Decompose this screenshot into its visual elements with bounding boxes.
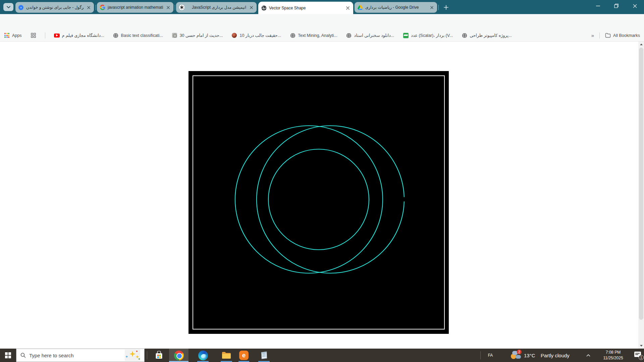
close-icon[interactable] [345, 5, 351, 11]
search-icon [20, 353, 26, 358]
eitaa-icon: e [239, 351, 249, 360]
tab-virgool[interactable]: , ویرگول - جایی برای نوشتن و خواندن [15, 2, 94, 13]
tab-vector-space-shape[interactable]: Vector Space Shape [258, 2, 353, 14]
bookmark-label: دانشگاه مجازی فیلم م... [62, 33, 104, 38]
close-window-button[interactable] [626, 0, 644, 12]
microsoft-store-icon [155, 351, 163, 360]
taskbar-app-eitaa[interactable]: e [236, 349, 252, 362]
taskbar-app-notepad[interactable] [256, 349, 272, 362]
bookmark-label: 30 حدیث از امام حسی... [180, 33, 223, 38]
weather-widget-icon[interactable]: 2 [508, 349, 523, 362]
bookmark-item[interactable]: دانشگاه مجازی فیلم م... [54, 33, 104, 38]
virgool-icon: , [18, 5, 24, 10]
google-icon [100, 5, 105, 10]
taskbar-app-chrome[interactable] [169, 349, 189, 362]
bookmark-item[interactable]: 10 حقیقت جالب دربار... [231, 33, 281, 38]
taskbar-app-store[interactable] [150, 349, 168, 362]
globe-icon [261, 5, 267, 11]
notification-badge: 1 [639, 355, 644, 360]
clock-time: 7:08 PM [603, 350, 623, 355]
globe-icon [113, 33, 119, 38]
folder-icon [605, 33, 611, 38]
close-icon[interactable] [165, 5, 171, 10]
restore-button[interactable] [607, 0, 626, 12]
notification-center-button[interactable]: 1 [633, 349, 644, 362]
tab-title: ریاضیات برداری - Google Drive [365, 5, 427, 10]
stamp-icon [172, 33, 177, 38]
partly-cloudy-icon: 2 [510, 350, 522, 360]
tab-title: javascript animation mathemati [108, 5, 163, 10]
apps-grid-icon [4, 33, 10, 38]
language-label: FA [488, 353, 493, 358]
red-circle-icon [231, 33, 237, 38]
tab-title: Vector Space Shape [269, 6, 343, 10]
page-content [0, 42, 644, 349]
show-hidden-icons-button[interactable] [584, 349, 593, 362]
windows-logo-icon [5, 352, 11, 358]
taskbar-search-box[interactable]: Type here to search [16, 349, 145, 362]
windows-taskbar: Type here to search e FA [0, 349, 644, 362]
globe-icon [346, 33, 352, 38]
chevron-up-icon [586, 354, 590, 357]
tab-google-search[interactable]: javascript animation mathemati [97, 2, 173, 13]
temperature-label: 13°C [524, 353, 535, 358]
browser-toolbar: File C:/Users/mahdi/Videos/فیلم%20های%20… [0, 14, 644, 29]
bookmark-item[interactable]: عدد (Scalar)، بردار (V... [403, 33, 453, 38]
bookmark-separator [599, 33, 600, 39]
taskbar-app-file-explorer[interactable] [217, 349, 235, 362]
weather-condition[interactable]: Partly cloudy [541, 349, 570, 362]
condition-label: Partly cloudy [541, 353, 570, 358]
chevron-down-icon [7, 6, 10, 8]
globe-icon [290, 33, 296, 38]
tab-divider [438, 5, 439, 10]
close-icon[interactable] [429, 5, 434, 10]
taskbar-separator [147, 351, 147, 359]
notepad-icon [260, 351, 268, 360]
tab-title: انیمیشن مدل برداری JavaScript [187, 5, 246, 10]
bookmark-label: دانلود سخنرانی استاد... [354, 33, 394, 38]
chrome-icon [174, 351, 184, 360]
bookmark-item[interactable]: 30 حدیث از امام حسی... [172, 33, 223, 38]
clock[interactable]: 7:08 PM 11/25/2025 [594, 349, 632, 362]
globe-icon [462, 33, 467, 38]
bookmark-label: پروژه کامپیوتر طراحی... [470, 33, 512, 38]
drive-icon [357, 5, 363, 10]
bookmark-item[interactable]: Text Mining, Analyti... [290, 33, 337, 38]
minimize-button[interactable] [589, 0, 607, 12]
all-bookmarks-label: All Bookmarks [613, 33, 640, 38]
grid-outline-icon [31, 33, 36, 38]
apps-shortcut[interactable]: Apps [4, 33, 22, 38]
reading-list-button[interactable] [31, 33, 36, 38]
bookmarks-overflow-button[interactable]: » [591, 33, 594, 38]
scroll-down-arrow[interactable] [638, 343, 644, 349]
bookmark-label: 10 حقیقت جالب دربار... [239, 33, 281, 38]
search-highlights-icon[interactable] [125, 350, 140, 361]
window-controls [589, 0, 644, 12]
bookmark-item[interactable]: Basic text classificati... [113, 33, 163, 38]
scroll-up-arrow[interactable] [638, 42, 644, 47]
scrollbar-thumb[interactable] [639, 48, 643, 320]
tab-google-drive[interactable]: ریاضیات برداری - Google Drive [355, 2, 437, 13]
bookmark-label: عدد (Scalar)، بردار (V... [411, 33, 453, 38]
tab-title: ویرگول - جایی برای نوشتن و خواندن [26, 5, 84, 10]
weather-temperature[interactable]: 13°C [524, 349, 535, 362]
browser-titlebar: , ویرگول - جایی برای نوشتن و خواندن java… [0, 0, 644, 14]
language-indicator[interactable]: FA [483, 349, 498, 362]
search-placeholder: Type here to search [29, 353, 121, 358]
bookmark-separator [45, 33, 45, 39]
taskbar-app-edge[interactable] [193, 349, 213, 362]
tab-divider [96, 5, 96, 10]
tab-chatgpt[interactable]: انیمیشن مدل برداری JavaScript [176, 2, 257, 13]
page-scrollbar[interactable] [638, 42, 644, 349]
chatgpt-icon [179, 5, 184, 10]
tab-divider [175, 5, 175, 10]
start-button[interactable] [0, 349, 16, 362]
all-bookmarks-button[interactable]: All Bookmarks [605, 33, 640, 38]
close-icon[interactable] [249, 5, 254, 10]
close-icon[interactable] [86, 5, 91, 10]
bookmark-item[interactable]: پروژه کامپیوتر طراحی... [462, 33, 512, 38]
new-tab-button[interactable] [441, 3, 450, 12]
bookmark-label: Text Mining, Analyti... [298, 33, 337, 38]
tab-search-button[interactable] [3, 3, 13, 11]
bookmark-item[interactable]: دانلود سخنرانی استاد... [346, 33, 394, 38]
